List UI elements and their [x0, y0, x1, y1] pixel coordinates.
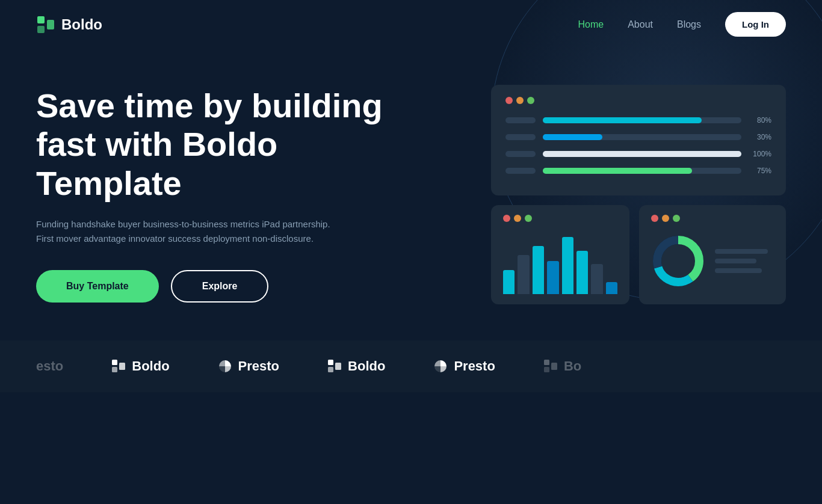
brand-name-presto-1: Presto [238, 358, 279, 374]
progress-row-4: 75% [505, 167, 771, 175]
dot-orange-3 [662, 215, 669, 222]
brand-name-boldo-1: Boldo [132, 358, 169, 374]
brand-icon-presto-2 [433, 359, 448, 373]
bar-2 [518, 255, 529, 294]
progress-label-4 [505, 168, 536, 174]
brand-item-faded-2: Bo [543, 358, 581, 374]
bar-8 [606, 282, 617, 294]
progress-pct-3: 100% [749, 150, 771, 158]
svg-rect-16 [544, 367, 549, 372]
progress-card: 80% 30% 100% 75% [491, 85, 786, 195]
progress-pct-4: 75% [749, 167, 771, 175]
dot-green-3 [673, 215, 680, 222]
brand-item-faded-1: esto [36, 358, 63, 374]
progress-track-4 [543, 168, 741, 174]
card-dots-donut [651, 215, 774, 222]
svg-rect-17 [551, 363, 557, 370]
progress-label-2 [505, 134, 536, 140]
explore-button[interactable]: Explore [171, 270, 269, 303]
bar-chart-card [491, 205, 629, 304]
hero-title: Save time by building fast with Boldo Te… [36, 87, 385, 203]
brand-strip: esto Boldo Presto [0, 340, 822, 392]
dot-red-2 [503, 215, 510, 222]
progress-fill-3 [543, 151, 741, 157]
donut-lines [715, 249, 774, 273]
brand-icon-boldo-faded [543, 359, 558, 373]
svg-rect-8 [112, 367, 117, 372]
card-dots-bar [503, 215, 617, 222]
progress-label-1 [505, 117, 536, 123]
progress-fill-4 [543, 168, 692, 174]
svg-rect-2 [47, 20, 54, 29]
progress-pct-1: 80% [749, 116, 771, 124]
brand-item-boldo-2: Boldo [327, 358, 385, 374]
nav-home[interactable]: Home [578, 19, 604, 30]
buy-template-button[interactable]: Buy Template [36, 270, 159, 303]
svg-rect-1 [37, 26, 45, 33]
donut-line-3 [715, 268, 762, 273]
progress-row-3: 100% [505, 150, 771, 158]
bar-chart [503, 234, 617, 294]
hero-section: Save time by building fast with Boldo Te… [0, 49, 822, 328]
brand-strip-inner: esto Boldo Presto [0, 358, 822, 374]
nav-about[interactable]: About [628, 19, 653, 30]
card-dots-progress [505, 97, 771, 104]
logo-icon [36, 15, 55, 34]
svg-rect-9 [119, 363, 125, 370]
navbar: Boldo Home About Blogs Log In [0, 0, 822, 49]
donut-chart-card [639, 205, 786, 304]
donut-content [651, 234, 774, 288]
brand-name-faded-2: Bo [564, 358, 581, 374]
hero-description: Funding handshake buyer business-to-busi… [36, 217, 337, 246]
login-button[interactable]: Log In [725, 12, 786, 37]
progress-track-1 [543, 117, 741, 123]
svg-rect-15 [544, 360, 549, 365]
bar-1 [503, 270, 515, 294]
brand-name-presto-2: Presto [454, 358, 495, 374]
bar-4 [547, 261, 558, 294]
progress-fill-1 [543, 117, 702, 123]
svg-rect-12 [328, 367, 333, 372]
svg-rect-13 [335, 363, 341, 370]
brand-icon-presto-1 [218, 359, 232, 373]
bar-6 [576, 251, 588, 294]
donut-svg [651, 234, 705, 288]
dot-green [527, 97, 534, 104]
progress-row-1: 80% [505, 116, 771, 124]
progress-fill-2 [543, 134, 602, 140]
brand-item-presto-1: Presto [218, 358, 279, 374]
progress-label-3 [505, 151, 536, 157]
brand-name-faded-1: esto [36, 358, 63, 374]
svg-rect-0 [37, 16, 45, 23]
nav-links: Home About Blogs Log In [578, 12, 786, 37]
svg-rect-7 [112, 360, 117, 365]
progress-row-2: 30% [505, 133, 771, 141]
dot-green-2 [525, 215, 532, 222]
logo-text: Boldo [61, 16, 102, 33]
svg-rect-11 [328, 360, 333, 365]
bar-3 [533, 246, 544, 294]
dot-red-3 [651, 215, 658, 222]
dot-orange [516, 97, 524, 104]
brand-item-presto-2: Presto [433, 358, 495, 374]
bar-7 [591, 264, 602, 294]
dot-red [505, 97, 513, 104]
logo[interactable]: Boldo [36, 15, 102, 34]
brand-name-boldo-2: Boldo [348, 358, 385, 374]
bar-5 [562, 237, 573, 294]
brand-item-boldo-1: Boldo [111, 358, 169, 374]
brand-icon-boldo-1 [111, 359, 126, 373]
bottom-cards [491, 205, 786, 304]
donut-line-2 [715, 259, 756, 263]
hero-right: 80% 30% 100% 75% [491, 85, 786, 304]
progress-pct-2: 30% [749, 133, 771, 141]
brand-icon-boldo-2 [327, 359, 342, 373]
dot-orange-2 [514, 215, 521, 222]
donut-line-1 [715, 249, 768, 254]
hero-left: Save time by building fast with Boldo Te… [36, 87, 385, 303]
progress-track-2 [543, 134, 741, 140]
nav-blogs[interactable]: Blogs [677, 19, 701, 30]
progress-track-3 [543, 151, 741, 157]
hero-buttons: Buy Template Explore [36, 270, 385, 303]
